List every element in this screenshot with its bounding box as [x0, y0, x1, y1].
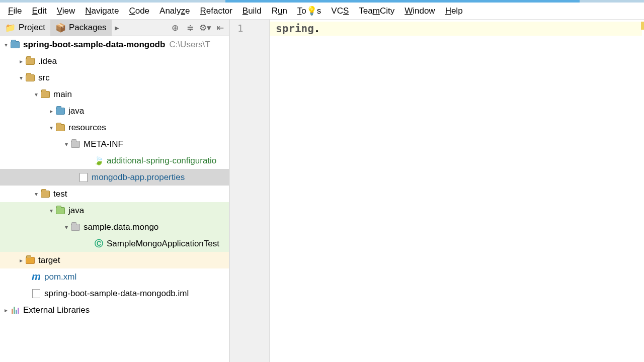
sample-pkg-label: sample.data.mongo [84, 222, 158, 232]
idea-label: .idea [38, 56, 57, 66]
tree-main[interactable]: ▾ main [0, 86, 229, 103]
menu-analyze[interactable]: Analyze [154, 4, 195, 18]
tab-packages[interactable]: 📦 Packages [50, 20, 112, 36]
editor-gutter: 1 [229, 20, 270, 362]
code-ident: spring [276, 23, 314, 35]
expand-nav-icon[interactable]: ▸ [112, 22, 123, 33]
error-stripe-indicator[interactable] [641, 22, 644, 30]
line-number: 1 [237, 23, 243, 34]
menu-code[interactable]: Code [124, 4, 154, 18]
maven-icon: m [31, 272, 41, 282]
src-label: src [38, 73, 50, 83]
tab-project[interactable]: 📁 Project [0, 20, 50, 36]
java-test-label: java [68, 206, 84, 216]
additional-cfg-label: additional-spring-configuratio [107, 156, 216, 166]
resources-label: resources [68, 123, 106, 133]
chevron-right-icon[interactable]: ▸ [2, 307, 10, 314]
menu-help[interactable]: Help [440, 4, 468, 18]
iml-file-icon [31, 289, 41, 299]
tree-java-main[interactable]: ▸ java [0, 103, 229, 119]
tree-resources[interactable]: ▾ resources [0, 119, 229, 136]
folder-icon [25, 56, 35, 66]
libraries-icon [10, 305, 20, 315]
menu-file[interactable]: File [3, 4, 27, 18]
menu-view[interactable]: View [52, 4, 80, 18]
pom-label: pom.xml [44, 272, 76, 282]
tree-src[interactable]: ▾ src [0, 69, 229, 86]
package-icon [70, 222, 80, 232]
menu-edit[interactable]: Edit [27, 4, 51, 18]
project-panel: 📁 Project 📦 Packages ▸ ⊕ ≑ ⚙▾ ⇤ ▾ spring… [0, 20, 229, 362]
panel-header: 📁 Project 📦 Packages ▸ ⊕ ≑ ⚙▾ ⇤ [0, 20, 229, 36]
menu-vcs[interactable]: VCS [326, 4, 354, 18]
folder-icon [25, 73, 35, 83]
tab-packages-label: Packages [69, 23, 107, 33]
collapse-icon[interactable]: ≑ [185, 22, 196, 33]
tab-project-label: Project [19, 23, 45, 33]
chevron-down-icon[interactable]: ▾ [32, 91, 40, 98]
spring-config-icon: 🍃 [94, 156, 104, 166]
tree-test[interactable]: ▾ test [0, 186, 229, 202]
chevron-right-icon[interactable]: ▸ [17, 58, 25, 65]
menu-refactor[interactable]: Refactor [195, 4, 237, 18]
tree-root[interactable]: ▾ spring-boot-sample-data-mongodb C:\Use… [0, 36, 229, 53]
tree-target[interactable]: ▸ target [0, 252, 229, 268]
metainf-label: META-INF [84, 139, 123, 149]
iml-label: spring-boot-sample-data-mongodb.iml [44, 289, 189, 299]
chevron-down-icon[interactable]: ▾ [62, 224, 70, 231]
tree-additional-cfg[interactable]: 🍃 additional-spring-configuratio [0, 152, 229, 169]
mongodb-props-label: mongodb-app.properties [92, 172, 185, 183]
excluded-folder-icon [25, 255, 35, 265]
chevron-down-icon[interactable]: ▾ [32, 191, 40, 198]
root-path: C:\Users\T [169, 40, 210, 50]
project-tab-icon: 📁 [5, 23, 16, 33]
java-main-label: java [68, 106, 84, 116]
hide-icon[interactable]: ⇤ [215, 22, 226, 33]
target-label: target [38, 255, 60, 265]
properties-file-icon [78, 172, 89, 183]
tree-idea[interactable]: ▸ .idea [0, 53, 229, 69]
test-class-label: SampleMongoApplicationTest [107, 239, 219, 249]
source-folder-icon [55, 106, 65, 116]
class-icon: Ⓒ [94, 239, 104, 249]
chevron-right-icon[interactable]: ▸ [47, 108, 55, 115]
menu-window[interactable]: Window [399, 4, 440, 18]
chevron-down-icon[interactable]: ▾ [47, 207, 55, 214]
chevron-down-icon[interactable]: ▾ [62, 141, 70, 148]
code-dot: . [314, 23, 320, 35]
editor[interactable]: 1 spring. [229, 20, 644, 362]
tree-ext-libs[interactable]: ▸ External Libraries [0, 302, 229, 318]
locate-icon[interactable]: ⊕ [170, 22, 181, 33]
tree-pom[interactable]: m pom.xml [0, 268, 229, 285]
folder-icon [40, 189, 50, 199]
settings-icon[interactable]: ⚙▾ [200, 22, 211, 33]
tree-java-test[interactable]: ▾ java [0, 202, 229, 219]
menu-tools[interactable]: To💡s [292, 4, 326, 18]
tree-sample-pkg[interactable]: ▾ sample.data.mongo [0, 219, 229, 235]
chevron-down-icon[interactable]: ▾ [2, 41, 10, 48]
active-line-highlight [270, 22, 642, 36]
editor-content[interactable]: spring. [270, 20, 644, 362]
test-source-folder-icon [55, 206, 65, 216]
chevron-down-icon[interactable]: ▾ [17, 74, 25, 81]
code-line: spring. [276, 23, 320, 35]
menu-bar: File Edit View Navigate Code Analyze Ref… [0, 3, 644, 20]
resources-folder-icon [55, 123, 65, 133]
menu-teamcity[interactable]: TeamCity [354, 4, 399, 18]
menu-build[interactable]: Build [237, 4, 267, 18]
chevron-down-icon[interactable]: ▾ [47, 124, 55, 131]
module-icon [10, 40, 20, 50]
tree-metainf[interactable]: ▾ META-INF [0, 136, 229, 152]
folder-icon [40, 89, 50, 100]
menu-run[interactable]: Run [267, 4, 292, 18]
chevron-right-icon[interactable]: ▸ [17, 257, 25, 264]
ext-libs-label: External Libraries [23, 305, 90, 315]
main-label: main [53, 89, 72, 100]
tree-mongodb-props[interactable]: mongodb-app.properties [0, 169, 229, 186]
folder-icon [70, 139, 80, 149]
tree-test-class[interactable]: Ⓒ SampleMongoApplicationTest [0, 235, 229, 252]
menu-navigate[interactable]: Navigate [80, 4, 124, 18]
tree-iml[interactable]: spring-boot-sample-data-mongodb.iml [0, 285, 229, 302]
root-label: spring-boot-sample-data-mongodb [23, 40, 165, 50]
project-tree: ▾ spring-boot-sample-data-mongodb C:\Use… [0, 36, 229, 362]
